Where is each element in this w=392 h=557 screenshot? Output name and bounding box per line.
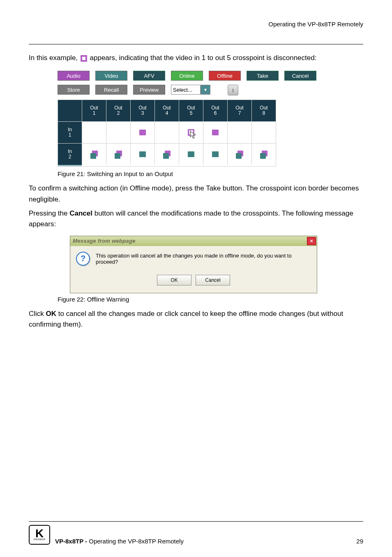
audio-button[interactable]: Audio [58,71,90,81]
col-header: Out1 [82,100,106,122]
crosspoint-cell[interactable] [106,144,131,165]
preset-select[interactable]: Select... ▾ [171,85,210,95]
crosspoint-cell[interactable] [252,122,276,144]
cancel-button[interactable]: Cancel [284,71,316,81]
preview-button[interactable]: Preview [133,85,165,95]
crosspoint-cell[interactable] [131,144,155,165]
crosspoint-cell[interactable] [155,144,179,165]
close-icon[interactable]: × [307,237,316,245]
routing-grid: Out1Out2Out3Out4Out5Out6Out7Out8 In1In2 [58,100,276,167]
row-header: In2 [58,144,82,165]
crosspoint-cell[interactable] [203,144,228,165]
col-header: Out2 [106,100,131,122]
para-cancel: Pressing the Cancel button will cancel t… [29,208,363,230]
crosspoint-cell[interactable] [179,122,203,144]
chevron-down-icon[interactable]: ▾ [201,85,210,95]
video-mark-icon [139,151,146,157]
col-header: Out8 [252,100,276,122]
crosspoint-cell[interactable] [106,122,131,144]
video-mark-icon [188,151,194,157]
col-header: Out5 [179,100,203,122]
col-header: Out6 [203,100,228,122]
question-icon: ? [76,252,90,266]
figure22-caption: Figure 22: Offline Warning [58,296,363,303]
dialog-message: This operation will cancel all the chang… [96,253,311,265]
cancel-button[interactable]: Cancel [196,275,230,285]
afv-button[interactable]: AFV [133,71,165,81]
crosspoint-cell[interactable] [203,122,228,144]
brand-logo: K KRAMER [29,525,50,545]
swap-icon[interactable]: ↕ [228,85,238,95]
crosspoint-cell[interactable] [228,122,252,144]
col-header: Out4 [155,100,179,122]
crosspoint-cell[interactable] [179,144,203,165]
page-footer: K KRAMER VP-8x8TP - Operating the VP-8x8… [0,521,392,545]
intro-para: In this example, appears, indicating tha… [29,53,363,63]
page-number: 29 [356,538,363,545]
grid-corner [58,100,82,122]
online-button[interactable]: Online [171,71,203,81]
row-header: In1 [58,122,82,144]
select-value: Select... [171,85,201,95]
crosspoint-cell[interactable] [252,144,276,165]
disconnected-crosspoint-icon [81,55,87,62]
page-header-right: Operating the VP-8x8TP Remotely [29,21,363,28]
col-header: Out7 [228,100,252,122]
footer-left: VP-8x8TP - Operating the VP-8x8TP Remote… [55,538,184,545]
crosspoint-cell[interactable] [155,122,179,144]
crosspoint-cell[interactable] [131,122,155,144]
dialog-title: Message from webpage [73,238,136,244]
col-header: Out3 [131,100,155,122]
cursor-icon [190,131,197,139]
video-button[interactable]: Video [95,71,127,81]
para-take: To confirm a switching action (in Offlin… [29,183,363,205]
offline-warning-dialog: Message from webpage × ? This operation … [70,236,317,293]
recall-button[interactable]: Recall [95,85,127,95]
intro-post: appears, indicating that the video in 1 … [90,54,317,62]
video-mark-icon [212,151,219,157]
offline-button[interactable]: Offline [209,71,241,81]
crosspoint-cell[interactable] [228,144,252,165]
store-button[interactable]: Store [58,85,90,95]
para-ok: Click OK to cancel all the changes made … [29,309,363,330]
header-rule [29,44,363,44]
dialog-titlebar: Message from webpage × [70,236,317,246]
crosspoint-cell[interactable] [82,122,106,144]
toolbar: AudioVideoAFVOnlineOfflineTakeCancel Sto… [58,71,316,100]
figure21-caption: Figure 21: Switching an Input to an Outp… [58,170,363,177]
intro-pre: In this example, [29,54,80,62]
audio-mark-icon [212,130,219,135]
grid-underline [58,165,82,166]
take-button[interactable]: Take [247,71,279,81]
ok-button[interactable]: OK [157,275,191,285]
audio-mark-icon [139,130,146,135]
crosspoint-cell[interactable] [82,144,106,165]
